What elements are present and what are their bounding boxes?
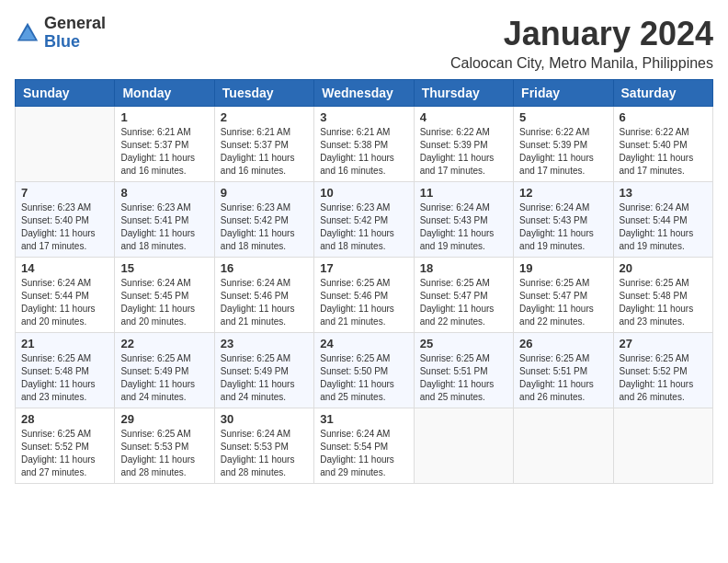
day-number: 7 xyxy=(21,186,108,200)
calendar-title: January 2024 xyxy=(450,15,713,53)
calendar-table: SundayMondayTuesdayWednesdayThursdayFrid… xyxy=(15,79,713,484)
day-info: Sunrise: 6:21 AM Sunset: 5:37 PM Dayligh… xyxy=(120,126,208,178)
day-info: Sunrise: 6:24 AM Sunset: 5:45 PM Dayligh… xyxy=(120,277,208,328)
week-row-0: 1Sunrise: 6:21 AM Sunset: 5:37 PM Daylig… xyxy=(16,107,713,182)
day-info: Sunrise: 6:24 AM Sunset: 5:43 PM Dayligh… xyxy=(420,201,507,253)
calendar-cell: 24Sunrise: 6:25 AM Sunset: 5:50 PM Dayli… xyxy=(314,333,414,408)
day-info: Sunrise: 6:25 AM Sunset: 5:53 PM Dayligh… xyxy=(120,428,208,479)
calendar-cell: 4Sunrise: 6:22 AM Sunset: 5:39 PM Daylig… xyxy=(414,107,513,182)
day-number: 3 xyxy=(320,110,407,124)
calendar-cell: 12Sunrise: 6:24 AM Sunset: 5:43 PM Dayli… xyxy=(514,182,613,258)
calendar-cell: 5Sunrise: 6:22 AM Sunset: 5:39 PM Daylig… xyxy=(514,107,613,182)
calendar-cell: 21Sunrise: 6:25 AM Sunset: 5:48 PM Dayli… xyxy=(16,333,115,408)
day-number: 1 xyxy=(120,110,208,124)
day-number: 9 xyxy=(221,186,308,200)
calendar-cell xyxy=(613,408,712,484)
day-number: 30 xyxy=(221,412,308,426)
day-number: 10 xyxy=(320,186,407,200)
calendar-cell: 27Sunrise: 6:25 AM Sunset: 5:52 PM Dayli… xyxy=(613,333,712,408)
calendar-cell: 28Sunrise: 6:25 AM Sunset: 5:52 PM Dayli… xyxy=(16,408,115,484)
day-number: 4 xyxy=(420,110,507,124)
calendar-cell xyxy=(16,107,115,182)
day-number: 15 xyxy=(120,261,208,275)
day-number: 24 xyxy=(320,337,407,350)
day-info: Sunrise: 6:22 AM Sunset: 5:39 PM Dayligh… xyxy=(519,126,607,178)
calendar-cell: 8Sunrise: 6:23 AM Sunset: 5:41 PM Daylig… xyxy=(115,182,214,258)
calendar-cell: 23Sunrise: 6:25 AM Sunset: 5:49 PM Dayli… xyxy=(214,333,313,408)
calendar-cell xyxy=(514,408,613,484)
logo-blue-text: Blue xyxy=(44,33,106,52)
header-thursday: Thursday xyxy=(414,80,513,107)
day-info: Sunrise: 6:24 AM Sunset: 5:46 PM Dayligh… xyxy=(221,277,308,328)
day-info: Sunrise: 6:25 AM Sunset: 5:50 PM Dayligh… xyxy=(320,352,407,404)
day-number: 28 xyxy=(21,412,108,426)
day-number: 12 xyxy=(519,186,607,200)
week-row-4: 28Sunrise: 6:25 AM Sunset: 5:52 PM Dayli… xyxy=(16,408,713,484)
calendar-cell: 15Sunrise: 6:24 AM Sunset: 5:45 PM Dayli… xyxy=(115,258,214,333)
calendar-cell: 2Sunrise: 6:21 AM Sunset: 5:37 PM Daylig… xyxy=(214,107,313,182)
day-number: 26 xyxy=(519,337,607,350)
day-number: 18 xyxy=(420,261,507,275)
day-info: Sunrise: 6:24 AM Sunset: 5:44 PM Dayligh… xyxy=(620,201,707,253)
day-number: 16 xyxy=(221,261,308,275)
day-info: Sunrise: 6:23 AM Sunset: 5:40 PM Dayligh… xyxy=(21,201,108,253)
calendar-cell: 6Sunrise: 6:22 AM Sunset: 5:40 PM Daylig… xyxy=(613,107,712,182)
week-row-1: 7Sunrise: 6:23 AM Sunset: 5:40 PM Daylig… xyxy=(16,182,713,258)
logo-icon xyxy=(15,20,40,46)
header-wednesday: Wednesday xyxy=(314,80,414,107)
day-info: Sunrise: 6:23 AM Sunset: 5:42 PM Dayligh… xyxy=(320,201,407,253)
header-monday: Monday xyxy=(115,80,214,107)
day-info: Sunrise: 6:25 AM Sunset: 5:49 PM Dayligh… xyxy=(221,352,308,404)
day-number: 31 xyxy=(320,412,407,426)
calendar-cell: 17Sunrise: 6:25 AM Sunset: 5:46 PM Dayli… xyxy=(314,258,414,333)
calendar-body: 1Sunrise: 6:21 AM Sunset: 5:37 PM Daylig… xyxy=(16,107,713,484)
day-info: Sunrise: 6:24 AM Sunset: 5:44 PM Dayligh… xyxy=(21,277,108,328)
calendar-cell xyxy=(414,408,513,484)
day-info: Sunrise: 6:21 AM Sunset: 5:37 PM Dayligh… xyxy=(221,126,308,178)
day-info: Sunrise: 6:21 AM Sunset: 5:38 PM Dayligh… xyxy=(320,126,407,178)
day-info: Sunrise: 6:25 AM Sunset: 5:46 PM Dayligh… xyxy=(320,277,407,328)
calendar-cell: 16Sunrise: 6:24 AM Sunset: 5:46 PM Dayli… xyxy=(214,258,313,333)
day-info: Sunrise: 6:25 AM Sunset: 5:52 PM Dayligh… xyxy=(21,428,108,479)
calendar-cell: 26Sunrise: 6:25 AM Sunset: 5:51 PM Dayli… xyxy=(514,333,613,408)
calendar-cell: 9Sunrise: 6:23 AM Sunset: 5:42 PM Daylig… xyxy=(214,182,313,258)
header-row: SundayMondayTuesdayWednesdayThursdayFrid… xyxy=(16,80,713,107)
calendar-cell: 11Sunrise: 6:24 AM Sunset: 5:43 PM Dayli… xyxy=(414,182,513,258)
day-info: Sunrise: 6:25 AM Sunset: 5:48 PM Dayligh… xyxy=(620,277,707,328)
day-info: Sunrise: 6:25 AM Sunset: 5:48 PM Dayligh… xyxy=(21,352,108,404)
week-row-3: 21Sunrise: 6:25 AM Sunset: 5:48 PM Dayli… xyxy=(16,333,713,408)
day-number: 23 xyxy=(221,337,308,350)
calendar-cell: 7Sunrise: 6:23 AM Sunset: 5:40 PM Daylig… xyxy=(16,182,115,258)
day-number: 13 xyxy=(620,186,707,200)
calendar-header: SundayMondayTuesdayWednesdayThursdayFrid… xyxy=(16,80,713,107)
day-number: 27 xyxy=(620,337,707,350)
day-number: 22 xyxy=(120,337,208,350)
logo-general-text: General xyxy=(44,15,106,33)
day-info: Sunrise: 6:25 AM Sunset: 5:52 PM Dayligh… xyxy=(620,352,707,404)
header-sunday: Sunday xyxy=(16,80,115,107)
day-info: Sunrise: 6:24 AM Sunset: 5:43 PM Dayligh… xyxy=(519,201,607,253)
day-info: Sunrise: 6:25 AM Sunset: 5:49 PM Dayligh… xyxy=(120,352,208,404)
calendar-cell: 3Sunrise: 6:21 AM Sunset: 5:38 PM Daylig… xyxy=(314,107,414,182)
header-saturday: Saturday xyxy=(613,80,712,107)
day-info: Sunrise: 6:25 AM Sunset: 5:51 PM Dayligh… xyxy=(420,352,507,404)
calendar-cell: 14Sunrise: 6:24 AM Sunset: 5:44 PM Dayli… xyxy=(16,258,115,333)
week-row-2: 14Sunrise: 6:24 AM Sunset: 5:44 PM Dayli… xyxy=(16,258,713,333)
header-friday: Friday xyxy=(514,80,613,107)
day-info: Sunrise: 6:22 AM Sunset: 5:39 PM Dayligh… xyxy=(420,126,507,178)
calendar-cell: 1Sunrise: 6:21 AM Sunset: 5:37 PM Daylig… xyxy=(115,107,214,182)
day-info: Sunrise: 6:25 AM Sunset: 5:51 PM Dayligh… xyxy=(519,352,607,404)
day-number: 14 xyxy=(21,261,108,275)
day-number: 11 xyxy=(420,186,507,200)
day-number: 21 xyxy=(21,337,108,350)
calendar-cell: 31Sunrise: 6:24 AM Sunset: 5:54 PM Dayli… xyxy=(314,408,414,484)
day-info: Sunrise: 6:23 AM Sunset: 5:41 PM Dayligh… xyxy=(120,201,208,253)
day-number: 19 xyxy=(519,261,607,275)
day-number: 2 xyxy=(221,110,308,124)
calendar-cell: 10Sunrise: 6:23 AM Sunset: 5:42 PM Dayli… xyxy=(314,182,414,258)
calendar-cell: 29Sunrise: 6:25 AM Sunset: 5:53 PM Dayli… xyxy=(115,408,214,484)
day-number: 6 xyxy=(620,110,707,124)
logo: General Blue xyxy=(15,15,106,52)
day-number: 5 xyxy=(519,110,607,124)
day-info: Sunrise: 6:24 AM Sunset: 5:53 PM Dayligh… xyxy=(221,428,308,479)
